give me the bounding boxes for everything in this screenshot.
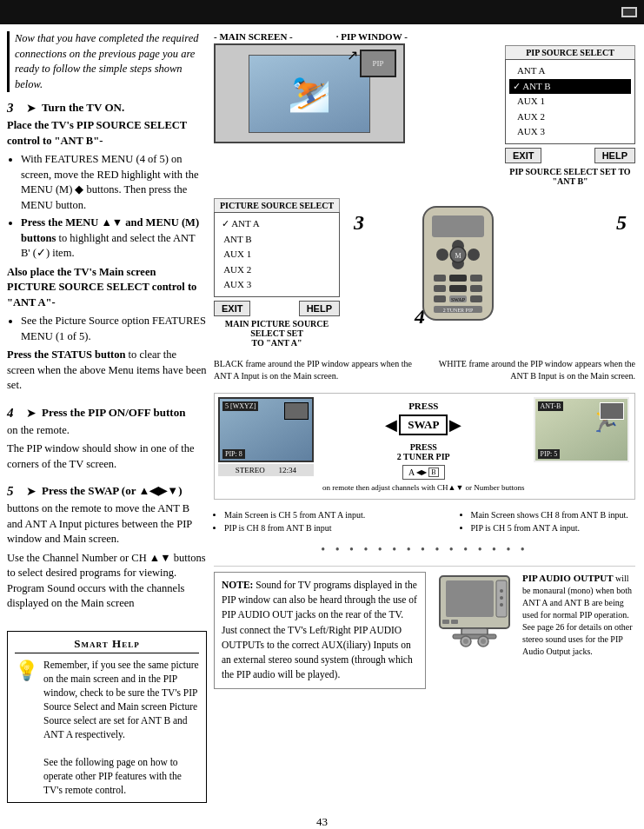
screen-after-pip: PIP: 5 [538, 449, 561, 459]
svg-rect-12 [449, 285, 467, 292]
step-5-title: Press the SWAP (or ▲◀▶▼) [42, 484, 183, 498]
step-5-block: 5 ➤ Press the SWAP (or ▲◀▶▼) buttons on … [7, 484, 207, 615]
smart-help-text: Remember, if you see the same picture on… [43, 658, 199, 798]
pip-audio-title: PIP AUDIO OUTPUT [522, 573, 614, 583]
pip-inset-after [600, 402, 624, 420]
press-swap-label: PRESS [408, 401, 438, 411]
bottom-full-section: NOTE: Sound for TV programs displayed in… [214, 566, 635, 689]
svg-rect-13 [470, 285, 482, 292]
main-screen-label: - MAIN SCREEN - [214, 31, 293, 42]
step-5-body: buttons on the remote to move the ANT B … [7, 501, 207, 612]
swap-note-2: PIP is CH 8 from ANT B input [224, 521, 389, 534]
svg-point-23 [500, 589, 503, 593]
remote-svg: M SWAP 2 TUNER PIP [371, 198, 545, 328]
pict-help-button[interactable]: HELP [299, 301, 340, 316]
top-diagram-section: - MAIN SCREEN - · PIP WINDOW - ⛷️ PIP ↗ [214, 31, 635, 186]
pip-source-list: ANT A ✓ ANT B AUX 1 AUX 2 AUX 3 [505, 59, 635, 144]
pip-inset-screen: PIP [360, 50, 396, 77]
pip-arrow: ↗ [347, 47, 358, 63]
left-arrow-icon: ◀ [385, 415, 397, 434]
swap-note-right-2: PIP is CH 5 from ANT A input. [471, 521, 636, 534]
pict-aux3: AUX 3 [218, 277, 335, 293]
smart-help-title: Smart Help [15, 637, 199, 653]
pip-exit-button[interactable]: EXIT [505, 148, 541, 163]
picture-source-list: ANT A ANT B AUX 1 AUX 2 AUX 3 [214, 212, 340, 297]
step-4-body: on the remote. The PIP window should sho… [7, 423, 207, 473]
pip-ant-b: ✓ ANT B [509, 79, 631, 95]
picture-source-buttons: EXIT HELP [214, 301, 340, 316]
pip-aux1: AUX 1 [509, 94, 631, 109]
pip-audio-text: will be monaural (mono) when both ANT A … [522, 574, 633, 656]
pip-audio-output-box: PIP AUDIO OUTPUT will be monaural (mono)… [522, 572, 635, 658]
swap-notes-left: Main Screen is CH 5 from ANT A input. PI… [214, 508, 389, 534]
step-3-number: 3 [7, 101, 23, 116]
screen-after-display: 🏃 ANT-B PIP: 5 [534, 397, 629, 462]
black-frame-note: BLACK frame around the PIP window appear… [214, 358, 422, 382]
pip-help-button[interactable]: HELP [594, 148, 635, 163]
middle-diagram-section: PICTURE SOURCE SELECT ANT A ANT B AUX 1 … [214, 198, 635, 348]
step-5-overlay: 5 [616, 211, 627, 235]
svg-rect-21 [446, 580, 494, 617]
title-bar [0, 0, 644, 24]
pip-window-label: · PIP WINDOW - [336, 31, 408, 42]
step-5-arrow: ➤ [26, 484, 37, 499]
right-arrow-icon: ▶ [449, 415, 461, 434]
smart-help-body: 💡 Remember, if you see the same picture … [15, 658, 199, 798]
step-3-arrow: ➤ [26, 101, 37, 116]
pip-source-buttons: EXIT HELP [505, 148, 635, 163]
pip-source-select-panel: PIP SOURCE SELECT ANT A ✓ ANT B AUX 1 AU… [505, 45, 635, 186]
step-4-number: 4 [7, 406, 23, 421]
swap-section: 5[WXYZ] PIP: 8 5 [WXYZ] PIP: 8 STEREO 12… [214, 393, 635, 500]
pict-exit-button[interactable]: EXIT [214, 301, 250, 316]
pip-mode-icon: A◀▶B [402, 465, 445, 480]
frame-comparison-notes: BLACK frame around the PIP window appear… [214, 358, 635, 382]
pip-source-set-caption: PIP SOURCE SELECT SET TO "ANT B" [505, 167, 635, 186]
swap-note-right-1: Main Screen shows CH 8 from ANT B input. [471, 508, 636, 521]
swap-notes-right: Main Screen shows CH 8 from ANT B input.… [461, 508, 636, 534]
pict-aux2: AUX 2 [218, 262, 335, 278]
step-4-arrow: ➤ [26, 406, 37, 421]
pict-ant-a: ANT A [218, 216, 335, 232]
dot-divider: • • • • • • • • • • • • • • • [214, 543, 635, 557]
swap-control: PRESS ◀ SWAP ▶ PRESS2 TUNER PIP A◀▶B on … [319, 397, 528, 495]
svg-point-4 [468, 249, 480, 261]
step-3-body: Place the TV's PIP SOURCE SELECT control… [7, 118, 207, 394]
svg-point-24 [500, 596, 503, 600]
pip-aux2: AUX 2 [509, 109, 631, 125]
svg-rect-11 [434, 285, 446, 292]
press-2tuner-label: PRESS2 TUNER PIP [397, 442, 450, 461]
white-frame-note: WHITE frame around the PIP window appear… [428, 358, 636, 382]
bulb-icon: 💡 [15, 658, 38, 798]
right-column: - MAIN SCREEN - · PIP WINDOW - ⛷️ PIP ↗ [214, 31, 635, 803]
skier-image: ⛷️ [249, 55, 370, 133]
pip-source-title: PIP SOURCE SELECT [505, 45, 635, 59]
svg-rect-10 [470, 275, 482, 282]
step-3-title: Turn the TV ON. [42, 101, 124, 115]
pip-ant-a: ANT A [509, 63, 631, 79]
screen-before-channel2: 5 [WXYZ] [222, 401, 258, 411]
screen-after-swap: 🏃 ANT-B PIP: 5 [534, 397, 629, 462]
svg-rect-29 [451, 620, 458, 624]
svg-rect-14 [434, 295, 446, 302]
stereo-bar-before: STEREO 12:34 [218, 464, 314, 476]
page-number: 43 [0, 815, 644, 829]
screen-before-display: 5[WXYZ] PIP: 8 5 [WXYZ] PIP: 8 [218, 397, 314, 462]
tv-unit-svg [435, 572, 514, 650]
svg-text:SWAP: SWAP [451, 297, 466, 302]
svg-point-31 [463, 639, 468, 644]
svg-rect-1 [432, 216, 484, 237]
svg-point-2 [436, 249, 448, 261]
step-4-block: 4 ➤ Press the PIP ON/OFF button on the r… [7, 406, 207, 476]
svg-text:2 TUNER PIP: 2 TUNER PIP [443, 308, 474, 313]
smart-help-box: Smart Help 💡 Remember, if you see the sa… [7, 631, 207, 804]
remote-control-area: 3 4 5 M [345, 198, 635, 337]
note-box: NOTE: Sound for TV programs displayed in… [214, 572, 426, 689]
svg-point-33 [481, 639, 486, 644]
svg-rect-28 [442, 620, 449, 624]
svg-text:M: M [455, 252, 461, 260]
step-3-overlay: 3 [354, 211, 364, 235]
screen-after-channel: ANT-B [538, 401, 564, 411]
intro-paragraph: Now that you have completed the required… [7, 31, 207, 92]
on-remote-note: on remote then adjust channels with CH▲▼… [322, 483, 525, 492]
swap-label-box: SWAP [399, 414, 448, 435]
